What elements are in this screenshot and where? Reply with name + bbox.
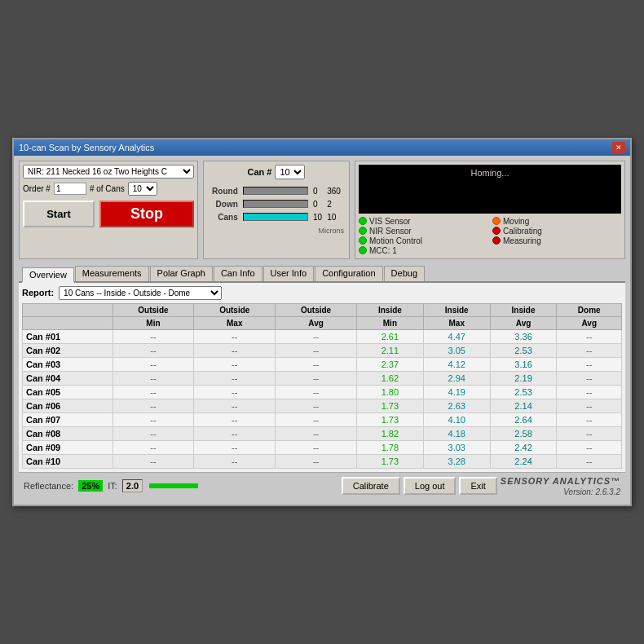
outside-max: -- (194, 440, 276, 454)
indicator-motion-control: Motion Control (359, 236, 487, 245)
outside-min: -- (112, 454, 194, 468)
progress-table: Round 0 360 Down (209, 184, 344, 225)
version-label: Version: 2.6.3.2 (501, 487, 620, 497)
outside-max: -- (194, 412, 276, 426)
measuring-label: Measuring (503, 236, 541, 245)
outside-min: -- (112, 412, 194, 426)
tab-debug[interactable]: Debug (384, 266, 425, 281)
table-header-row2: Min Max Avg Min Max Avg Avg (23, 316, 622, 329)
inside-avg: 2.64 (490, 412, 557, 426)
outside-avg: -- (276, 371, 357, 385)
tab-overview[interactable]: Overview (22, 267, 74, 283)
inside-max: 4.12 (423, 357, 490, 371)
tab-user-info[interactable]: User Info (263, 266, 315, 281)
outside-avg: -- (276, 399, 357, 412)
inside-min: 1.80 (356, 385, 423, 399)
brand-name: SENSORY ANALYTICS™ (501, 475, 620, 487)
logout-button[interactable]: Log out (404, 477, 457, 495)
motion-control-dot (359, 236, 367, 245)
th-outside-min-top: Outside (112, 303, 194, 316)
dome-avg: -- (557, 412, 622, 426)
table-row: Can #02------2.113.052.53-- (23, 343, 622, 357)
can-label: Can #05 (23, 385, 113, 399)
outside-min: -- (112, 329, 194, 343)
exit-button[interactable]: Exit (459, 477, 496, 495)
outside-min: -- (112, 385, 194, 399)
can-label: Can #02 (23, 343, 113, 357)
vis-sensor-dot (359, 217, 367, 225)
indicator-vis-sensor: VIS Sensor (359, 217, 487, 226)
outside-avg: -- (276, 329, 357, 343)
tab-measurements[interactable]: Measurements (75, 266, 149, 281)
window-title: 10-can Scan by Sensory Analytics (19, 143, 154, 152)
th-inside-avg: Avg (490, 316, 557, 329)
order-input[interactable] (54, 183, 86, 195)
can-label: Can #10 (23, 454, 113, 468)
inside-avg: 3.36 (490, 329, 557, 343)
inside-min: 1.82 (356, 426, 423, 440)
report-select[interactable]: 10 Cans -- Inside - Outside - Dome (59, 286, 222, 300)
th-can-label (23, 316, 113, 329)
th-inside-max-top: Inside (423, 303, 490, 316)
tab-configuration[interactable]: Configuration (315, 266, 382, 281)
outside-avg: -- (276, 385, 357, 399)
inside-max: 4.47 (423, 329, 490, 343)
bottom-buttons: Calibrate Log out Exit SENSORY ANALYTICS… (342, 475, 620, 497)
start-button[interactable]: Start (23, 201, 95, 227)
th-empty (23, 303, 113, 316)
dome-avg: -- (557, 426, 622, 440)
th-inside-avg-top: Inside (490, 303, 557, 316)
indicator-moving: Moving (492, 217, 621, 226)
table-row: Can #09------1.783.032.42-- (23, 440, 622, 454)
round-val-left: 0 (311, 186, 324, 197)
can-label: Can #04 (23, 371, 113, 385)
content-area: NIR: 211 Necked 16 oz Two Heights C Orde… (14, 156, 630, 505)
down-val-right: 2 (325, 199, 342, 210)
th-outside-max: Max (194, 316, 276, 329)
measuring-dot (492, 236, 501, 245)
inside-avg: 2.19 (490, 371, 557, 385)
round-progress-track (243, 187, 308, 195)
round-val-right: 360 (325, 186, 342, 197)
outside-avg: -- (276, 440, 357, 454)
mcc-label: MCC: 1 (369, 246, 397, 255)
reflectance-value: 25% (78, 480, 103, 492)
stop-button[interactable]: Stop (99, 201, 194, 227)
inside-avg: 2.14 (490, 399, 557, 412)
down-val-left: 0 (311, 199, 324, 210)
inside-min: 1.73 (356, 399, 423, 412)
outside-avg: -- (276, 357, 357, 371)
calibrate-button[interactable]: Calibrate (342, 477, 400, 495)
outside-min: -- (112, 426, 194, 440)
dome-avg: -- (557, 440, 622, 454)
th-inside-max: Max (423, 316, 490, 329)
table-row: Can #03------2.374.123.16-- (23, 357, 622, 371)
table-row: Can #05------1.804.192.53-- (23, 385, 622, 399)
it-value: 2.0 (122, 479, 143, 492)
outside-avg: -- (276, 343, 357, 357)
can-num-label: Can # (248, 167, 272, 177)
tab-polar-graph[interactable]: Polar Graph (150, 266, 213, 281)
outside-max: -- (194, 385, 276, 399)
cans-select[interactable]: 10 (128, 182, 157, 196)
report-label: Report: (22, 288, 54, 298)
inside-min: 1.78 (356, 440, 423, 454)
button-row: Start Stop (23, 201, 194, 227)
vis-sensor-label: VIS Sensor (369, 217, 411, 226)
inside-max: 4.19 (423, 385, 490, 399)
cans-label: # of Cans (90, 184, 125, 193)
can-num-row: Can # 10 (209, 165, 344, 179)
down-progress-track (243, 200, 308, 208)
th-dome-avg: Avg (557, 316, 622, 329)
tab-can-info[interactable]: Can Info (214, 266, 262, 281)
cans-val-left: 10 (311, 212, 324, 223)
microns-label: Microns (209, 227, 344, 235)
close-button[interactable]: ✕ (612, 142, 625, 153)
outside-min: -- (112, 399, 194, 412)
inside-max: 3.03 (423, 440, 490, 454)
can-num-select[interactable]: 10 (275, 165, 305, 179)
top-section: NIR: 211 Necked 16 oz Two Heights C Orde… (19, 161, 625, 259)
inside-max: 2.63 (423, 399, 490, 412)
outside-max: -- (194, 357, 276, 371)
profile-select[interactable]: NIR: 211 Necked 16 oz Two Heights C (23, 165, 194, 179)
